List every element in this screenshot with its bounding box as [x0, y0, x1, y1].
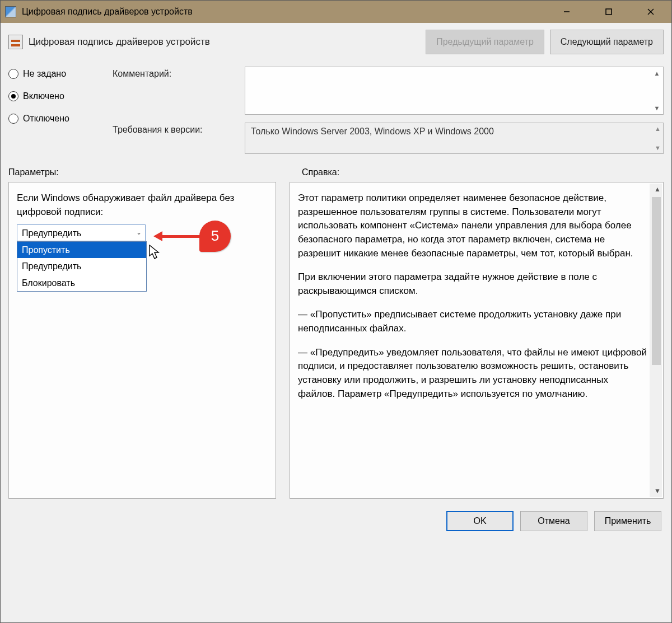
annotation-callout: 5 [153, 221, 231, 252]
scrollbar-thumb[interactable] [652, 197, 661, 365]
dialog-footer: OK Отмена Применить [1, 504, 671, 540]
help-section-label: Справка: [302, 167, 339, 177]
help-paragraph: — «Пропустить» предписывает системе прод… [298, 308, 647, 335]
radio-icon [8, 69, 18, 79]
radio-label: Включено [23, 91, 64, 101]
signing-action-dropdown[interactable]: Предупредить ⌄ Пропустить Предупредить Б… [17, 224, 146, 241]
comment-textarea[interactable]: ▲ ▼ [245, 67, 664, 115]
requirements-value: Только Windows Server 2003, Windows XP и… [251, 127, 494, 136]
titlebar[interactable]: Цифровая подпись драйверов устройств [1, 1, 671, 23]
ok-button[interactable]: OK [446, 511, 514, 531]
svg-rect-1 [606, 9, 612, 15]
annotation-number: 5 [211, 226, 219, 247]
comment-label: Комментарий: [113, 67, 241, 79]
radio-disabled[interactable]: Отключено [8, 114, 109, 124]
scroll-up-icon[interactable]: ▲ [654, 185, 661, 194]
maximize-button[interactable] [587, 1, 629, 23]
dropdown-option-skip[interactable]: Пропустить [17, 242, 146, 258]
cancel-button[interactable]: Отмена [520, 511, 587, 531]
help-panel: Этот параметр политики определяет наимен… [290, 182, 664, 499]
dropdown-selected: Предупредить [22, 227, 81, 240]
state-radio-group: Не задано Включено Отключено [8, 67, 109, 124]
help-paragraph: Этот параметр политики определяет наимен… [298, 191, 647, 260]
content-area: Цифровая подпись драйверов устройств Пре… [1, 23, 671, 622]
header-row: Цифровая подпись драйверов устройств Пре… [1, 23, 671, 57]
help-paragraph: При включении этого параметра задайте ну… [298, 270, 647, 298]
scroll-down-icon[interactable]: ▼ [655, 144, 661, 151]
help-paragraph: — «Предупредить» уведомляет пользователя… [298, 346, 647, 401]
options-prompt: Если Windows обнаруживает файл драйвера … [17, 191, 268, 219]
minimize-button[interactable] [545, 1, 587, 23]
next-setting-button[interactable]: Следующий параметр [550, 30, 664, 54]
scroll-up-icon[interactable]: ▲ [655, 125, 661, 132]
apply-button[interactable]: Применить [594, 511, 661, 531]
panels: Если Windows обнаруживает файл драйвера … [1, 182, 671, 504]
radio-not-configured[interactable]: Не задано [8, 69, 109, 79]
scroll-down-icon[interactable]: ▼ [654, 486, 661, 496]
window-title: Цифровая подпись драйверов устройств [22, 7, 545, 17]
requirements-label: Требования к версии: [113, 123, 241, 135]
previous-setting-button: Предыдущий параметр [426, 30, 544, 54]
policy-editor-window: Цифровая подпись драйверов устройств Циф… [0, 0, 672, 623]
radio-enabled[interactable]: Включено [8, 91, 109, 101]
radio-icon [8, 91, 18, 101]
dropdown-option-block[interactable]: Блокировать [17, 275, 146, 291]
options-section-label: Параметры: [8, 167, 279, 177]
policy-title: Цифровая подпись драйверов устройств [29, 36, 420, 48]
radio-label: Отключено [23, 114, 69, 124]
requirements-box: Только Windows Server 2003, Windows XP и… [245, 123, 664, 154]
chevron-down-icon: ⌄ [136, 228, 142, 238]
config-grid: Не задано Включено Отключено Комментарий… [1, 57, 671, 158]
radio-label: Не задано [23, 69, 66, 79]
app-icon [5, 6, 16, 17]
dropdown-list: Пропустить Предупредить Блокировать [17, 241, 147, 292]
options-panel: Если Windows обнаруживает файл драйвера … [8, 182, 276, 499]
section-labels: Параметры: Справка: [1, 158, 671, 182]
annotation-arrow-icon [153, 232, 204, 240]
scroll-down-icon[interactable]: ▼ [652, 103, 662, 113]
close-button[interactable] [629, 1, 671, 23]
annotation-bubble: 5 [199, 221, 231, 252]
policy-icon [8, 35, 23, 49]
scroll-up-icon[interactable]: ▲ [652, 68, 662, 78]
dropdown-option-warn[interactable]: Предупредить [17, 258, 146, 274]
radio-icon [8, 114, 18, 124]
